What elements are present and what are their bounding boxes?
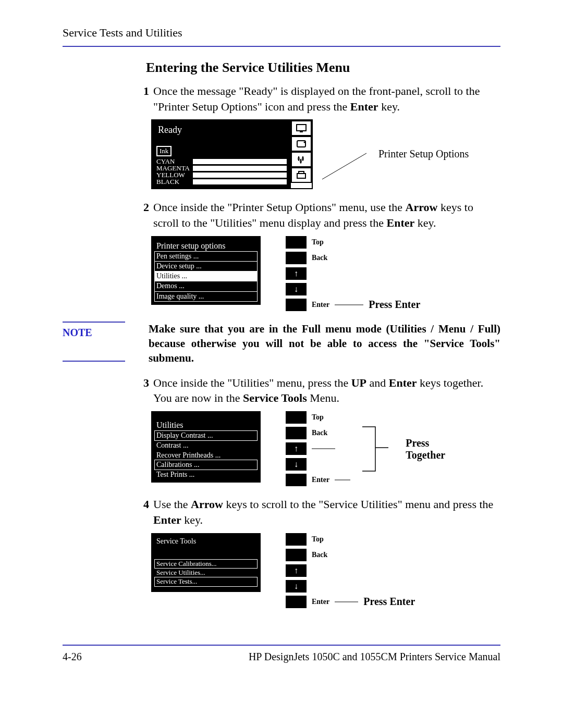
note-block: NOTE Make sure that you are in the Full … <box>63 322 500 366</box>
up-button: ↑ <box>286 267 307 280</box>
down-button: ↓ <box>286 580 307 593</box>
up-button: ↑ <box>286 564 307 577</box>
back-button <box>286 252 307 264</box>
header-left: Service Tests and Utilities <box>63 26 182 40</box>
menu-item: Service Calibrations... <box>154 559 258 569</box>
menu-item: Recover Printheads ... <box>154 451 258 460</box>
svg-rect-0 <box>297 125 306 131</box>
button-column: Top Back ↑ ↓ Enter <box>286 411 350 486</box>
lcd-panel-ready: Ready Ink CYAN MAGENTA YELLOW BLACK <box>151 119 313 189</box>
step-1: 1 Once the message "Ready" is displayed … <box>136 83 500 114</box>
step-number: 3 <box>136 375 149 391</box>
monitor-icon <box>291 120 312 136</box>
step-number: 1 <box>136 83 149 99</box>
enter-button <box>286 596 307 608</box>
svg-point-3 <box>304 142 305 143</box>
menu-item: Pen settings ... <box>154 251 258 262</box>
figure-4: Service Tools Service Calibrations... Se… <box>151 533 500 608</box>
callout-line <box>335 477 350 483</box>
step-text: Once inside the "Utilities" menu, press … <box>153 375 500 406</box>
media-icon <box>291 136 312 152</box>
menu-item: Test Prints ... <box>154 470 258 479</box>
callout-line <box>335 599 358 604</box>
top-button <box>286 236 307 249</box>
annotation-press-enter: Press Enter <box>363 596 415 608</box>
step-number: 4 <box>136 497 149 512</box>
menu-title: Utilities <box>154 419 258 431</box>
step-text: Use the Arrow keys to scroll to the "Ser… <box>153 497 500 527</box>
lcd-panel-service-tools: Service Tools Service Calibrations... Se… <box>151 533 261 593</box>
figure-3: Utilities Display Contrast ... Contrast … <box>151 411 500 486</box>
ink-rows: CYAN MAGENTA YELLOW BLACK <box>156 158 287 185</box>
menu-item: Image quality ... <box>154 291 258 302</box>
svg-rect-5 <box>299 171 304 174</box>
menu-title: Printer setup options <box>154 240 258 252</box>
step-text: Once the message "Ready" is displayed on… <box>153 83 500 114</box>
lcd-panel-utilities: Utilities Display Contrast ... Contrast … <box>151 411 261 483</box>
menu-item-highlighted: Utilities ... <box>154 271 258 281</box>
menu-item: Device setup ... <box>154 261 258 272</box>
callout-line <box>335 302 363 307</box>
annotation-press-enter: Press Enter <box>369 299 420 311</box>
up-button: ↑ <box>286 442 307 455</box>
annotation-printer-setup: Printer Setup Options <box>378 119 469 160</box>
svg-rect-1 <box>300 131 303 132</box>
menu-title: Service Tools <box>154 536 258 547</box>
document-page: Service Tests and Utilities Entering the… <box>0 0 563 684</box>
down-button: ↓ <box>286 283 307 295</box>
menu-item: Service Tests... <box>154 577 258 587</box>
lcd-icon-column <box>291 120 312 188</box>
menu-item: Contrast ... <box>154 441 258 450</box>
menu-item: Service Utilities... <box>154 569 258 577</box>
figure-2: Printer setup options Pen settings ... D… <box>151 236 500 311</box>
menu-item: Display Contrast ... <box>154 430 258 441</box>
down-button: ↓ <box>286 458 307 471</box>
figure-1: Ready Ink CYAN MAGENTA YELLOW BLACK <box>151 119 500 189</box>
top-button <box>286 411 307 424</box>
page-footer: 4-26 HP DesignJets 1050C and 1055CM Prin… <box>63 645 500 663</box>
footer-manual-title: HP DesignJets 1050C and 1055CM Printers … <box>249 651 500 663</box>
svg-line-6 <box>322 153 366 179</box>
svg-rect-4 <box>297 174 305 178</box>
printer-setup-icon <box>291 167 312 183</box>
button-column: Top Back ↑ ↓ Enter Press Enter <box>286 236 420 311</box>
ink-box: Ink <box>156 146 172 156</box>
ink-drops-icon <box>291 152 312 167</box>
step-2: 2 Once inside the "Printer Setup Options… <box>136 200 500 230</box>
callout-line <box>312 446 335 451</box>
bracket-icon <box>360 416 396 479</box>
enter-button <box>286 474 307 486</box>
step-3: 3 Once inside the "Utilities" menu, pres… <box>136 375 500 406</box>
note-body: Make sure that you are in the Full menu … <box>149 322 500 366</box>
lcd-panel-menu: Printer setup options Pen settings ... D… <box>151 236 261 305</box>
page-number: 4-26 <box>63 651 82 663</box>
note-label: NOTE <box>63 322 125 362</box>
back-button <box>286 427 307 439</box>
lcd-title: Ready <box>156 125 287 135</box>
annotation-press-together: Press Together <box>406 411 445 461</box>
step-text: Once inside the "Printer Setup Options" … <box>153 200 500 230</box>
step-4: 4 Use the Arrow keys to scroll to the "S… <box>136 497 500 527</box>
section-title: Entering the Service Utilities Menu <box>146 60 500 76</box>
back-button <box>286 549 307 561</box>
top-button <box>286 533 307 546</box>
menu-item: Demos ... <box>154 281 258 291</box>
menu-item: Calibrations ... <box>154 460 258 470</box>
callout-line <box>322 151 369 182</box>
page-header: Service Tests and Utilities <box>63 26 500 47</box>
enter-button <box>286 299 307 311</box>
step-number: 2 <box>136 200 149 215</box>
button-column: Top Back ↑ ↓ Enter Press Enter <box>286 533 415 608</box>
